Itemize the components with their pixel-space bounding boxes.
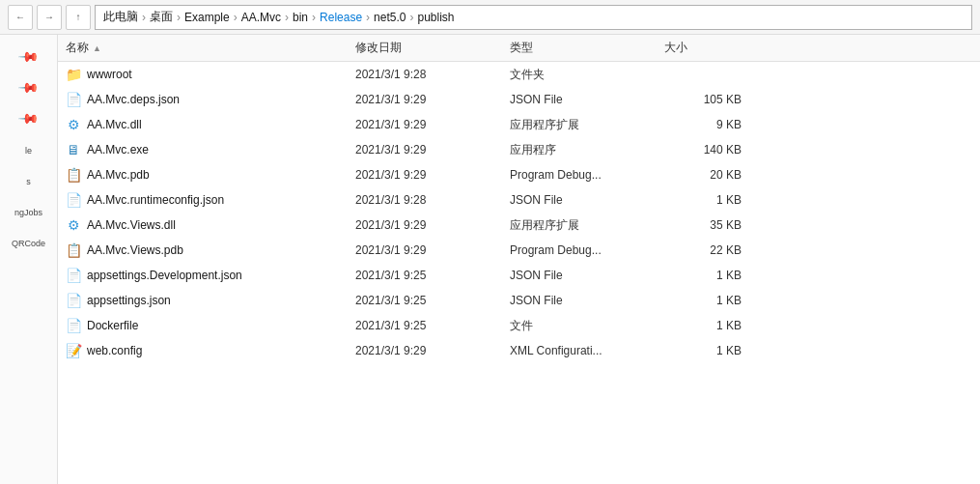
json-icon: 📄 — [66, 268, 81, 283]
table-row[interactable]: 📄 Dockerfile 2021/3/1 9:25 文件 1 KB — [58, 313, 980, 338]
file-date-cell: 2021/3/1 9:29 — [355, 168, 510, 182]
file-name-text: web.config — [87, 344, 142, 357]
file-date-cell: 2021/3/1 9:28 — [355, 193, 510, 207]
column-headers: 名称 ▲ 修改日期 类型 大小 — [58, 35, 980, 62]
pdb-icon: 📋 — [66, 242, 81, 258]
file-name-text: AA.Mvc.Views.pdb — [87, 243, 183, 257]
address-bar: ← → ↑ 此电脑 › 桌面 › Example › AA.Mvc › bin … — [0, 0, 980, 35]
file-size-cell: 1 KB — [664, 269, 742, 282]
file-type-cell: Program Debug... — [510, 243, 664, 257]
file-type-cell: JSON File — [510, 193, 664, 207]
file-size-cell: 140 KB — [664, 143, 742, 157]
file-size-cell: 1 KB — [664, 319, 742, 332]
path-aamvc[interactable]: AA.Mvc — [241, 11, 281, 24]
file-size-cell: 35 KB — [664, 218, 742, 232]
path-example[interactable]: Example — [184, 11, 230, 24]
table-row[interactable]: ⚙ AA.Mvc.dll 2021/3/1 9:29 应用程序扩展 9 KB — [58, 112, 980, 137]
file-name-cell: ⚙ AA.Mvc.dll — [66, 117, 355, 132]
sidebar-item-s[interactable]: s — [0, 166, 57, 197]
sidebar: 📌 📌 📌 le s ngJobs QRCode — [0, 35, 58, 484]
sidebar-pin-2[interactable]: 📌 — [0, 71, 57, 102]
file-name-text: AA.Mvc.deps.json — [87, 93, 180, 106]
pin-icon-2: 📌 — [17, 75, 40, 98]
sidebar-ngjobs-label: ngJobs — [14, 208, 42, 218]
folder-icon: 📁 — [66, 67, 81, 82]
col-header-name[interactable]: 名称 ▲ — [66, 40, 355, 56]
table-row[interactable]: 📄 AA.Mvc.runtimeconfig.json 2021/3/1 9:2… — [58, 187, 980, 213]
file-type-cell: 应用程序扩展 — [510, 217, 664, 234]
json-icon: 📄 — [66, 293, 81, 308]
file-date-cell: 2021/3/1 9:29 — [355, 118, 510, 131]
table-row[interactable]: 📄 AA.Mvc.deps.json 2021/3/1 9:29 JSON Fi… — [58, 87, 980, 112]
file-name-text: wwwroot — [87, 68, 132, 81]
sidebar-item-ngjobs[interactable]: ngJobs — [0, 197, 57, 228]
file-name-cell: 📄 appsettings.json — [66, 293, 355, 308]
json-icon: 📄 — [66, 192, 81, 208]
dll-icon: ⚙ — [66, 117, 81, 132]
file-name-text: AA.Mvc.pdb — [87, 168, 150, 182]
file-date-cell: 2021/3/1 9:29 — [355, 93, 510, 106]
file-name-cell: 📋 AA.Mvc.Views.pdb — [66, 242, 355, 258]
table-row[interactable]: 📝 web.config 2021/3/1 9:29 XML Configura… — [58, 338, 980, 363]
table-row[interactable]: 🖥 AA.Mvc.exe 2021/3/1 9:29 应用程序 140 KB — [58, 137, 980, 162]
sidebar-le-label: le — [25, 146, 32, 157]
file-name-cell: ⚙ AA.Mvc.Views.dll — [66, 217, 355, 233]
file-date-cell: 2021/3/1 9:29 — [355, 143, 510, 157]
table-row[interactable]: 📁 wwwroot 2021/3/1 9:28 文件夹 — [58, 62, 980, 87]
nav-up-button[interactable]: ↑ — [66, 5, 91, 30]
file-name-text: Dockerfile — [87, 319, 138, 332]
file-name-cell: 📄 AA.Mvc.deps.json — [66, 92, 355, 107]
sidebar-pin-3[interactable]: 📌 — [0, 102, 57, 133]
nav-back-button[interactable]: ← — [8, 5, 33, 30]
file-size-cell: 1 KB — [664, 294, 742, 307]
file-type-cell: 文件 — [510, 318, 664, 334]
file-type-cell: JSON File — [510, 93, 664, 106]
table-row[interactable]: ⚙ AA.Mvc.Views.dll 2021/3/1 9:29 应用程序扩展 … — [58, 213, 980, 238]
file-name-cell: 📁 wwwroot — [66, 67, 355, 82]
file-size-cell: 9 KB — [664, 118, 742, 131]
main-content: 📌 📌 📌 le s ngJobs QRCode 名称 ▲ — [0, 35, 980, 484]
table-row[interactable]: 📋 AA.Mvc.Views.pdb 2021/3/1 9:29 Program… — [58, 238, 980, 263]
sidebar-pin-1[interactable]: 📌 — [0, 41, 57, 71]
nav-forward-button[interactable]: → — [37, 5, 62, 30]
col-header-date[interactable]: 修改日期 — [355, 40, 510, 56]
path-bin[interactable]: bin — [293, 11, 308, 24]
path-desktop[interactable]: 桌面 — [150, 9, 173, 25]
file-name-cell: 📄 appsettings.Development.json — [66, 268, 355, 283]
file-name-cell: 📝 web.config — [66, 343, 355, 358]
file-type-cell: 应用程序扩展 — [510, 117, 664, 133]
file-name-cell: 📄 Dockerfile — [66, 318, 355, 333]
file-icon: 📄 — [66, 318, 81, 333]
sidebar-pins: 📌 📌 📌 — [0, 39, 57, 135]
table-row[interactable]: 📄 appsettings.Development.json 2021/3/1 … — [58, 263, 980, 288]
path-release[interactable]: Release — [320, 11, 362, 24]
file-size-cell: 22 KB — [664, 243, 742, 257]
file-type-cell: 应用程序 — [510, 142, 664, 158]
sort-arrow-icon: ▲ — [93, 43, 101, 53]
file-type-cell: XML Configurati... — [510, 344, 664, 357]
file-name-cell: 📄 AA.Mvc.runtimeconfig.json — [66, 192, 355, 208]
path-pc[interactable]: 此电脑 — [103, 9, 138, 25]
path-net50[interactable]: net5.0 — [374, 11, 406, 24]
file-name-text: AA.Mvc.dll — [87, 118, 142, 131]
file-list: 📁 wwwroot 2021/3/1 9:28 文件夹 📄 AA.Mvc.dep… — [58, 62, 980, 363]
file-date-cell: 2021/3/1 9:29 — [355, 344, 510, 357]
table-row[interactable]: 📋 AA.Mvc.pdb 2021/3/1 9:29 Program Debug… — [58, 162, 980, 187]
sidebar-item-qrcode[interactable]: QRCode — [0, 228, 57, 259]
file-type-cell: JSON File — [510, 294, 664, 307]
file-date-cell: 2021/3/1 9:29 — [355, 243, 510, 257]
table-row[interactable]: 📄 appsettings.json 2021/3/1 9:25 JSON Fi… — [58, 288, 980, 313]
col-header-size[interactable]: 大小 — [664, 40, 742, 56]
file-size-cell: 1 KB — [664, 344, 742, 357]
file-name-text: AA.Mvc.Views.dll — [87, 218, 176, 232]
file-type-cell: JSON File — [510, 269, 664, 282]
file-area: 名称 ▲ 修改日期 类型 大小 📁 wwwroot 2021/3/1 9:28 … — [58, 35, 980, 484]
file-name-cell: 🖥 AA.Mvc.exe — [66, 142, 355, 157]
col-header-type[interactable]: 类型 — [510, 40, 664, 56]
sidebar-item-le[interactable]: le — [0, 135, 57, 166]
file-date-cell: 2021/3/1 9:28 — [355, 68, 510, 81]
sidebar-qrcode-label: QRCode — [12, 239, 45, 249]
path-publish[interactable]: publish — [417, 11, 454, 24]
file-name-text: appsettings.Development.json — [87, 269, 242, 282]
address-path[interactable]: 此电脑 › 桌面 › Example › AA.Mvc › bin › Rele… — [95, 5, 972, 30]
